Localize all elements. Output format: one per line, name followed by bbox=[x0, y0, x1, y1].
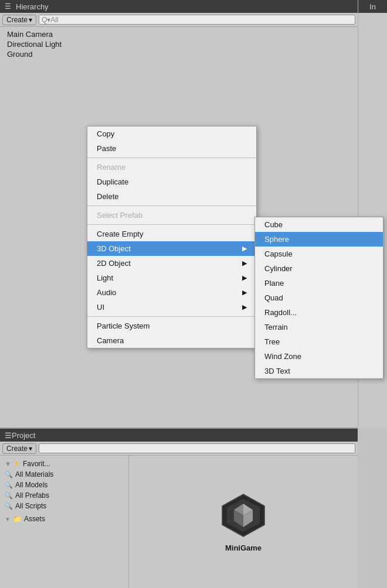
submenu-item-cube[interactable]: Cube bbox=[255, 217, 383, 232]
project-panel: ☰ Project Create ▾ ▼ ★ Favorit... 🔍 All … bbox=[0, 428, 358, 588]
submenu-arrow-3d-object: ▶ bbox=[242, 245, 247, 252]
submenu-item-3d-text[interactable]: 3D Text bbox=[255, 364, 383, 378]
unity-diamond-svg bbox=[220, 492, 267, 539]
project-titlebar: ☰ Project bbox=[0, 429, 358, 442]
context-menu-item-paste[interactable]: Paste bbox=[87, 141, 256, 156]
project-sidebar-all-models[interactable]: 🔍 All Models bbox=[0, 480, 128, 490]
submenu-item-cylinder[interactable]: Cylinder bbox=[255, 261, 383, 276]
hierarchy-items-list: Main Camera Directional Light Ground bbox=[0, 27, 358, 61]
context-menu-item-ui[interactable]: UI ▶ bbox=[87, 300, 256, 314]
project-create-button[interactable]: Create ▾ bbox=[2, 443, 36, 454]
project-sidebar: ▼ ★ Favorit... 🔍 All Materials 🔍 All Mod… bbox=[0, 456, 129, 588]
separator-1 bbox=[87, 158, 256, 158]
submenu-arrow-2d-object: ▶ bbox=[242, 259, 247, 267]
context-menu-item-rename: Rename bbox=[87, 160, 256, 175]
context-menu-item-duplicate[interactable]: Duplicate bbox=[87, 175, 256, 189]
search-icon-models: 🔍 bbox=[5, 481, 13, 489]
hierarchy-search-input[interactable] bbox=[39, 15, 355, 25]
context-menu-item-light[interactable]: Light ▶ bbox=[87, 271, 256, 285]
context-menu-item-2d-object[interactable]: 2D Object ▶ bbox=[87, 256, 256, 271]
project-main-content: MiniGame bbox=[129, 456, 358, 588]
project-sidebar-all-materials[interactable]: 🔍 All Materials bbox=[0, 469, 128, 480]
project-hamburger-icon: ☰ bbox=[5, 431, 12, 440]
info-button[interactable]: In bbox=[358, 0, 387, 13]
context-menu-item-select-prefab: Select Prefab bbox=[87, 208, 256, 223]
hierarchy-item-main-camera[interactable]: Main Camera bbox=[0, 29, 358, 39]
context-menu-item-camera[interactable]: Camera bbox=[87, 333, 256, 348]
submenu-item-plane[interactable]: Plane bbox=[255, 276, 383, 290]
hierarchy-item-directional-light[interactable]: Directional Light bbox=[0, 39, 358, 49]
separator-2 bbox=[87, 206, 256, 206]
submenu-item-capsule[interactable]: Capsule bbox=[255, 247, 383, 261]
hierarchy-toolbar: Create ▾ bbox=[0, 13, 358, 27]
separator-4 bbox=[87, 316, 256, 317]
project-content-label: MiniGame bbox=[225, 543, 262, 552]
submenu-item-wind-zone[interactable]: Wind Zone bbox=[255, 349, 383, 364]
submenu-arrow-light: ▶ bbox=[242, 274, 247, 282]
project-content: ▼ ★ Favorit... 🔍 All Materials 🔍 All Mod… bbox=[0, 456, 358, 588]
favorites-header[interactable]: ▼ ★ Favorit... bbox=[0, 458, 128, 469]
project-sidebar-all-scripts[interactable]: 🔍 All Scripts bbox=[0, 501, 128, 511]
context-menu-item-create-empty[interactable]: Create Empty bbox=[87, 227, 256, 241]
project-title: Project bbox=[12, 431, 35, 440]
submenu-item-tree[interactable]: Tree bbox=[255, 334, 383, 349]
favorites-triangle-icon: ▼ bbox=[5, 460, 11, 467]
hamburger-icon: ☰ bbox=[5, 2, 11, 11]
unity-logo-area: MiniGame bbox=[208, 487, 279, 557]
create-button[interactable]: Create ▾ bbox=[2, 15, 36, 25]
submenu-arrow-ui: ▶ bbox=[242, 303, 247, 311]
submenu-item-terrain[interactable]: Terrain bbox=[255, 320, 383, 334]
favorites-label: Favorit... bbox=[23, 460, 50, 468]
search-icon-prefabs: 🔍 bbox=[5, 492, 13, 500]
project-sidebar-all-prefabs[interactable]: 🔍 All Prefabs bbox=[0, 490, 128, 501]
assets-triangle-icon: ▼ bbox=[5, 516, 11, 522]
favorites-star-icon: ★ bbox=[13, 459, 21, 468]
project-sidebar-assets[interactable]: ▼ 📁 Assets bbox=[0, 514, 128, 524]
hierarchy-item-ground[interactable]: Ground bbox=[0, 49, 358, 59]
submenu-item-ragdoll[interactable]: Ragdoll... bbox=[255, 305, 383, 320]
hierarchy-titlebar: ☰ Hierarchy bbox=[0, 0, 358, 13]
submenu-item-quad[interactable]: Quad bbox=[255, 290, 383, 305]
context-menu-item-delete[interactable]: Delete bbox=[87, 189, 256, 204]
search-icon-materials: 🔍 bbox=[5, 471, 13, 478]
submenu-item-sphere[interactable]: Sphere bbox=[255, 232, 383, 247]
search-icon-scripts: 🔍 bbox=[5, 502, 13, 510]
project-toolbar: Create ▾ bbox=[0, 442, 358, 456]
context-menu-item-audio[interactable]: Audio ▶ bbox=[87, 285, 256, 300]
hierarchy-title: Hierarchy bbox=[16, 2, 49, 11]
context-menu-item-copy[interactable]: Copy bbox=[87, 127, 256, 141]
context-menu-item-3d-object[interactable]: 3D Object ▶ bbox=[87, 241, 256, 256]
context-menu-item-particle-system[interactable]: Particle System bbox=[87, 319, 256, 333]
project-search-input[interactable] bbox=[39, 443, 355, 453]
context-menu: Copy Paste Rename Duplicate Delete Selec… bbox=[87, 126, 257, 348]
separator-3 bbox=[87, 224, 256, 225]
submenu-arrow-audio: ▶ bbox=[242, 289, 247, 296]
assets-folder-icon: 📁 bbox=[13, 515, 22, 523]
3d-object-submenu: Cube Sphere Capsule Cylinder Plane Quad … bbox=[254, 217, 383, 379]
